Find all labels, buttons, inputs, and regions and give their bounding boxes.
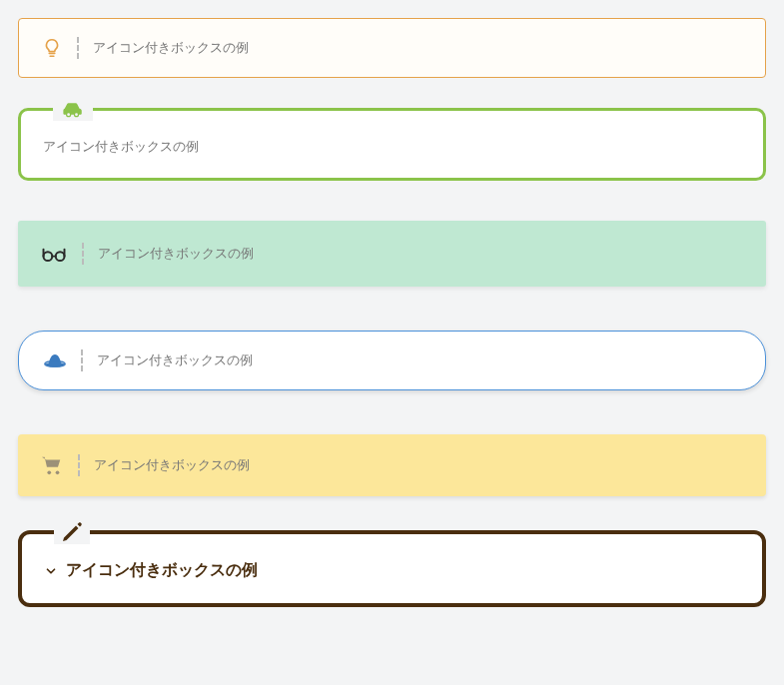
box-title: アイコン付きボックスの例 xyxy=(66,560,258,581)
hat-icon xyxy=(43,350,67,370)
icon-box-glasses: アイコン付きボックスの例 xyxy=(18,221,766,287)
divider xyxy=(81,349,83,371)
car-icon xyxy=(53,97,93,121)
glasses-icon xyxy=(40,243,68,265)
svg-point-1 xyxy=(75,113,78,116)
expandable-header[interactable]: アイコン付きボックスの例 xyxy=(44,560,740,581)
icon-box-car: アイコン付きボックスの例 xyxy=(18,108,766,181)
svg-point-0 xyxy=(67,113,70,116)
divider xyxy=(78,454,80,476)
divider xyxy=(77,37,79,59)
box-text: アイコン付きボックスの例 xyxy=(43,139,199,154)
pencil-icon xyxy=(54,520,90,544)
icon-box-cart: アイコン付きボックスの例 xyxy=(18,434,766,496)
svg-point-6 xyxy=(56,471,60,475)
box-text: アイコン付きボックスの例 xyxy=(97,351,253,369)
box-text: アイコン付きボックスの例 xyxy=(93,39,249,57)
box-text: アイコン付きボックスの例 xyxy=(94,456,250,474)
chevron-down-icon xyxy=(44,564,58,578)
svg-point-2 xyxy=(44,252,53,261)
icon-box-hat: アイコン付きボックスの例 xyxy=(18,331,766,390)
svg-point-5 xyxy=(47,471,51,475)
svg-point-3 xyxy=(56,252,65,261)
divider xyxy=(82,243,84,265)
icon-box-lightbulb: アイコン付きボックスの例 xyxy=(18,18,766,78)
icon-box-pencil[interactable]: アイコン付きボックスの例 xyxy=(18,530,766,607)
cart-icon xyxy=(40,454,64,476)
box-text: アイコン付きボックスの例 xyxy=(98,245,254,263)
lightbulb-icon xyxy=(41,37,63,59)
